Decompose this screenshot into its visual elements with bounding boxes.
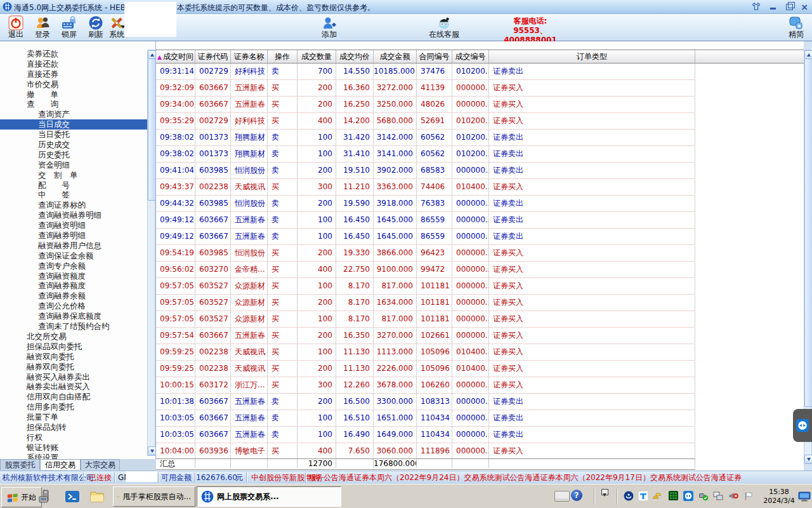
safety-flag-icon[interactable] (743, 491, 754, 501)
add-button[interactable]: 添加 (315, 15, 344, 40)
sidebar-item[interactable]: 配 号 (0, 180, 147, 190)
table-row[interactable]: 09:59:25002238天威视讯买10011.1301113.0001050… (156, 344, 804, 361)
column-header[interactable]: 订单类型 (489, 50, 695, 63)
lock-screen-button[interactable]: 锁屏 (55, 15, 84, 40)
sidebar-item[interactable]: 市价交易 (0, 79, 147, 90)
sidebar-item[interactable]: 融资融券用户信息 (0, 241, 147, 251)
column-header[interactable]: 成交均价 (336, 50, 374, 63)
sidebar-item[interactable]: 查询融券明细 (0, 231, 147, 241)
start-button[interactable]: 开始 (1, 487, 42, 507)
table-row[interactable]: 09:59:25002238天威视讯买20011.1302226.0001050… (156, 361, 804, 377)
table-row[interactable]: 09:34:00603667五洲新春买20016.2503250.0004802… (156, 97, 804, 113)
folder-icon[interactable] (89, 488, 105, 505)
scroll-down-button[interactable] (804, 455, 812, 464)
show-desktop-icon[interactable] (798, 491, 808, 502)
sidebar-item[interactable]: 查询未了结预约合约 (0, 321, 147, 331)
table-row[interactable]: 09:41:04603985恒润股份卖20019.5103902.0006858… (156, 163, 804, 179)
close-button[interactable]: × (798, 2, 811, 12)
t-app-icon[interactable] (638, 491, 648, 501)
sidebar-item[interactable]: 当日委托 (0, 130, 147, 140)
sidebar-item[interactable]: 查询资产 (0, 109, 147, 119)
table-row[interactable]: 09:49:12603667五洲新春卖10016.4501645.0008655… (156, 229, 804, 245)
taskbar-task-shuaishou[interactable]: 甩手掌柜股票自动... (113, 486, 195, 507)
stock-board-icon[interactable] (669, 491, 679, 501)
sidebar-item[interactable]: 担保品双向委托 (0, 342, 147, 352)
sidebar-item[interactable]: 查询公允价格 (0, 301, 147, 311)
sidebar-item[interactable]: 直接还券 (0, 69, 147, 79)
table-header-row[interactable]: ▲成交时间证券代码证券名称操作成交数量成交均价成交金额合同编号成交编号订单类型 (156, 50, 804, 64)
sidebar-scrollbar[interactable] (147, 50, 155, 456)
computer-icon[interactable] (37, 488, 53, 505)
sidebar-item[interactable]: 信用多向委托 (0, 402, 147, 412)
sidebar-item[interactable]: 查询融券余额 (0, 291, 147, 301)
sidebar-item[interactable]: 直接还款 (0, 59, 147, 69)
column-header[interactable]: 证券代码 (195, 50, 231, 63)
table-row[interactable]: 09:57:05603527众源新材买1008.170817.000101181… (156, 278, 804, 295)
table-row[interactable]: 09:38:02001373翔腾新材卖10031.4203142.0006056… (156, 130, 804, 146)
network-status-icon[interactable] (713, 491, 723, 501)
table-row[interactable]: 09:43:37002238天威视讯买30011.2103363.0007440… (156, 179, 804, 196)
sidebar-item[interactable]: 查询融资明细 (0, 220, 147, 231)
sidebar-item[interactable]: 查询保证金余额 (0, 251, 147, 261)
haitong-tray-icon[interactable] (624, 491, 634, 501)
table-row[interactable]: 09:56:02603270金帝精...买40022.7509100.00099… (156, 262, 804, 278)
sidebar-item[interactable]: 历史成交 (0, 140, 147, 150)
sidebar-item[interactable]: 系统设置 (0, 453, 147, 459)
exit-button[interactable]: 退出 (1, 15, 30, 40)
table-row[interactable]: 10:03:05603667五洲新春卖10016.4901649.0001104… (156, 427, 804, 443)
table-row[interactable]: 10:04:00603936博敏电子买4007.6503060.00011189… (156, 443, 804, 460)
scroll-up-button[interactable] (148, 50, 156, 59)
online-service-button[interactable]: 在线客服 (424, 15, 464, 40)
scroll-up-button[interactable] (804, 50, 812, 59)
table-row[interactable]: 09:32:09603667五洲新春买20016.3603272.0004113… (156, 80, 804, 97)
scrollbar-thumb[interactable] (148, 58, 156, 201)
table-row[interactable]: 09:44:32603985恒润股份卖20019.5903918.0007638… (156, 196, 804, 212)
powershell-icon[interactable] (64, 488, 81, 505)
table-row[interactable]: 09:35:29002729好利科技买40014.2005680.0005269… (156, 113, 804, 130)
table-row[interactable]: 09:31:14002729好利科技卖70014.55010185.000374… (156, 64, 804, 80)
keyboard-language-icon[interactable] (554, 491, 570, 502)
volume-muted-icon[interactable] (728, 491, 738, 501)
sidebar-item[interactable]: 查询融资融券明细 (0, 210, 147, 220)
sidebar-item[interactable]: 查询融券保底额度 (0, 311, 147, 321)
taskbar-task-trading-system[interactable]: 网上股票交易系... (197, 486, 341, 507)
sidebar-item[interactable]: 融券双向委托 (0, 362, 147, 372)
table-row[interactable]: 10:00:15603172浙江万...买30012.2603678.00010… (156, 377, 804, 394)
sidebar-item[interactable]: 融资双向委托 (0, 352, 147, 362)
sidebar-item[interactable]: 信用双向自由搭配 (0, 392, 147, 402)
sidebar-item[interactable]: 资金明细 (0, 160, 147, 170)
scrollbar-thumb[interactable] (804, 58, 812, 407)
sidebar-item[interactable]: 撤 单 (0, 90, 147, 100)
help-icon[interactable]: ? (571, 490, 582, 501)
sidebar-item[interactable]: 卖券还款 (0, 49, 147, 59)
sidebar-item[interactable]: 融券卖出融资买入 (0, 382, 147, 392)
sidebar-item[interactable]: 查询专户余额 (0, 261, 147, 271)
sidebar-item[interactable]: 查询融资额度 (0, 271, 147, 281)
bottom-tab[interactable]: 股票委托 (0, 459, 40, 470)
table-scrollbar[interactable] (804, 50, 812, 464)
restore-button[interactable] (783, 2, 796, 12)
sidebar-item[interactable]: 融资买入融券卖出 (0, 372, 147, 382)
sidebar-item[interactable]: 银证转账 (0, 443, 147, 453)
sidebar-item[interactable]: 中 签 (0, 190, 147, 200)
table-row[interactable]: 10:01:38603667五洲新春卖20016.5003300.0001083… (156, 394, 804, 410)
teamviewer-dock[interactable] (793, 409, 812, 442)
column-header[interactable]: 证券名称 (231, 50, 268, 63)
bottom-tab[interactable]: 信用交易 (40, 459, 81, 470)
column-header[interactable]: 成交金额 (374, 50, 417, 63)
compact-mode-button[interactable]: 精简 (782, 15, 811, 40)
usb-safe-eject-icon[interactable] (698, 491, 709, 501)
sidebar-item[interactable]: 批量下单 (0, 412, 147, 422)
taskbar-clock[interactable]: 15:38 2024/3/4 (761, 488, 797, 505)
sidebar-item[interactable]: 查询融券额度 (0, 281, 147, 291)
scroll-down-button[interactable] (148, 446, 156, 455)
skin-icon[interactable] (750, 2, 763, 12)
table-row[interactable]: 09:38:02001373翔腾新材卖10031.4103141.0006056… (156, 146, 804, 163)
sidebar-item[interactable]: 历史委托 (0, 150, 147, 160)
column-header[interactable]: 成交数量 (298, 50, 336, 63)
table-row[interactable]: 09:49:12603667五洲新春卖10016.4501645.0008655… (156, 212, 804, 229)
column-header[interactable]: 成交编号 (452, 50, 489, 63)
teamviewer-icon[interactable] (683, 491, 693, 501)
sidebar-item[interactable]: 担保品划转 (0, 422, 147, 432)
sidebar-item[interactable]: 北交所交易 (0, 331, 147, 342)
